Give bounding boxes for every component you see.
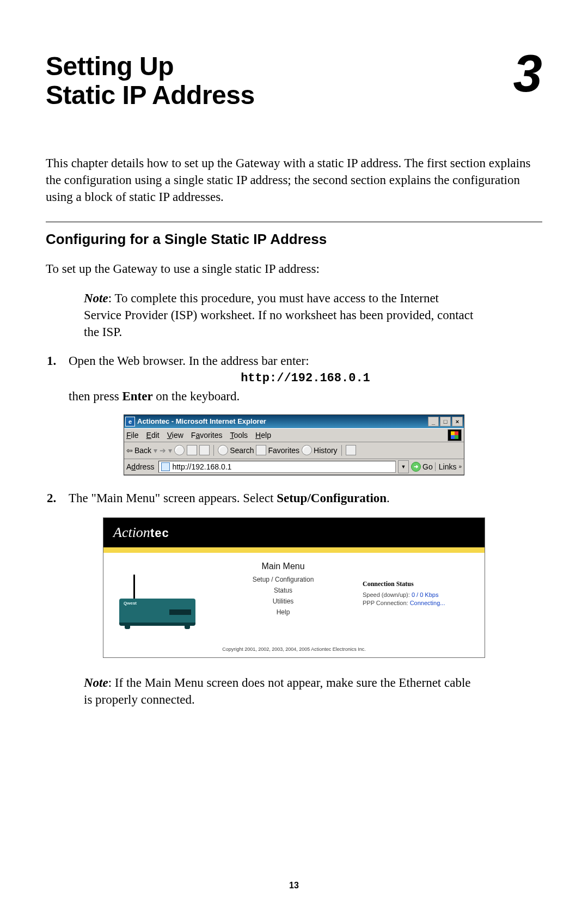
ie-throbber-icon [448,429,462,441]
ie-addressbar: Address http://192.168.0.1 ▼ ➜ Go Links … [124,459,464,475]
speed-row: Speed (down/up): 0 / 0 Kbps [363,591,477,598]
ie-app-icon: e [125,417,135,426]
logo-tec: tec [150,526,169,540]
ppp-label: PPP Connection: [363,600,410,606]
step-1-text-a: Open the Web browser. In the address bar… [69,354,309,368]
step-1-text-b1: then press [69,389,122,403]
go-icon: ➜ [411,462,421,472]
actiontec-header: Actiontec [103,518,485,547]
actiontec-copyright: Copyright 2001, 2002, 2003, 2004, 2005 A… [103,643,485,657]
actiontec-body: Qwest Main Menu Setup / Configuration St… [103,553,485,643]
mail-icon[interactable] [346,445,356,455]
chapter-header: Setting Up Static IP Address 3 [46,52,542,110]
step-2-text-b: . [387,491,390,505]
search-button[interactable]: Search [218,445,254,455]
history-icon [302,445,312,455]
stop-icon[interactable] [174,445,185,455]
section-lead: To set up the Gateway to use a single st… [46,260,542,277]
chevron-right-icon: » [458,463,462,469]
minimize-icon[interactable]: _ [428,417,439,426]
section-title-b: Address [267,231,327,247]
links-label: Links [439,462,457,471]
step-2: 2. The "Main Menu" screen appears. Selec… [46,490,542,507]
maximize-icon[interactable]: □ [440,417,451,426]
ie-title-text: Actiontec - Microsoft Internet Explorer [137,417,427,425]
page: Setting Up Static IP Address 3 This chap… [0,0,588,909]
ie-menubar: File Edit View Favorites Tools Help [124,428,464,442]
main-menu-title: Main Menu [204,562,363,571]
ie-toolbar: ⇦ Back ▾ ➔ ▾ Search Favorites History [124,442,464,459]
section-title: Configuring for a Single Static IP Addre… [46,231,542,248]
router-antenna-icon [133,575,135,599]
step-1-text-b2: on the keyboard. [153,389,240,403]
chapter-intro: This chapter details how to set up the G… [46,155,542,205]
chapter-number: 3 [513,50,542,97]
history-button[interactable]: History [302,445,338,455]
actiontec-stripe [103,547,485,553]
ppp-value: Connecting... [410,600,445,606]
page-number: 13 [0,881,588,890]
menu-help[interactable]: Help [255,431,271,440]
chapter-title-line1: Setting Up [46,52,174,81]
back-button[interactable]: ⇦ Back [126,446,151,455]
main-menu-column: Main Menu Setup / Configuration Status U… [204,559,363,641]
menu-file[interactable]: File [126,431,139,440]
router-brand: Qwest [124,601,137,606]
menu-favorites[interactable]: Favorites [191,431,223,440]
go-label: Go [422,462,433,471]
ie-screenshot: e Actiontec - Microsoft Internet Explore… [124,414,464,475]
connection-status-title: Connection Status [363,580,477,588]
note-label: Note [84,676,108,690]
links-bar[interactable]: Links » [435,462,462,471]
step-2-number: 2. [46,490,69,507]
chapter-title-line2: Static IP Address [46,81,255,109]
link-setup-configuration[interactable]: Setup / Configuration [204,576,363,583]
step-1-number: 1. [46,352,69,405]
note-text: : To complete this procedure, you must h… [84,291,473,339]
step-1-body: Open the Web browser. In the address bar… [69,352,542,405]
step-2-body: The "Main Menu" screen appears. Select S… [69,490,542,507]
section-title-ip: IP [253,231,267,247]
go-button[interactable]: ➜ Go [411,462,433,472]
favorites-button[interactable]: Favorites [256,445,299,455]
search-icon [218,445,228,455]
step-1: 1. Open the Web browser. In the address … [46,352,542,405]
step-2-bold: Setup/Configuration [277,491,387,505]
address-dropdown-icon[interactable]: ▼ [398,460,409,473]
step-2-text-a: The "Main Menu" screen appears. Select [69,491,277,505]
home-icon[interactable] [199,445,210,455]
separator [213,445,214,456]
logo-script: Action [113,524,150,540]
router-body-icon: Qwest [119,599,195,626]
address-input[interactable]: http://192.168.0.1 [158,461,396,473]
link-status[interactable]: Status [204,587,363,594]
note-label: Note [84,291,108,305]
page-icon [161,462,170,471]
section-rule [46,222,542,222]
router-feet-icon [119,626,195,629]
link-utilities[interactable]: Utilities [204,597,363,605]
step-1-url: http://192.168.0.1 [69,370,542,387]
dropdown-icon[interactable]: ▾ [154,446,157,455]
router-image: Qwest [111,559,204,641]
actiontec-screenshot: Actiontec Qwest Main Menu Setup / Config… [103,517,485,658]
ppp-row: PPP Connection: Connecting... [363,600,477,606]
ie-titlebar: e Actiontec - Microsoft Internet Explore… [124,415,464,428]
address-value: http://192.168.0.1 [172,462,231,471]
step-1-enter: Enter [122,389,152,403]
close-icon[interactable]: × [452,417,463,426]
separator [341,445,342,456]
forward-button: ➔ [160,446,166,455]
menu-tools[interactable]: Tools [230,431,248,440]
chapter-title: Setting Up Static IP Address [46,52,255,110]
router-label-icon [169,609,191,615]
menu-view[interactable]: View [167,431,183,440]
refresh-icon[interactable] [187,445,197,455]
actiontec-logo: Actiontec [113,524,169,541]
address-label: Address [126,462,154,471]
link-help[interactable]: Help [204,608,363,616]
speed-value: 0 / 0 Kbps [412,591,439,598]
note-text: : If the Main Menu screen does not appea… [84,676,471,706]
dropdown-icon: ▾ [168,446,172,455]
menu-edit[interactable]: Edit [146,431,160,440]
